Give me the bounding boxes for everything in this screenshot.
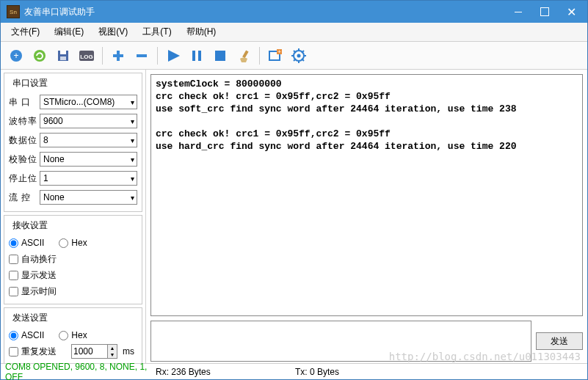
repeat-send-checkbox[interactable]: 重复发送 [9,346,57,358]
svg-point-17 [297,54,301,57]
send-settings-group: 发送设置 ASCII Hex 重复发送 ▲▼ ms [4,307,142,363]
main-area: 串口设置 串 口STMicro...(COM8) 波特率9600 数据位8 校验… [1,70,587,363]
parity-select[interactable]: None [40,152,137,167]
svg-rect-4 [60,51,66,54]
flow-select[interactable]: None [40,190,137,205]
databits-select[interactable]: 8 [40,133,137,147]
left-panel: 串口设置 串 口STMicro...(COM8) 波特率9600 数据位8 校验… [1,70,146,363]
flow-label: 流 控 [9,191,40,204]
remove-icon[interactable] [131,45,153,67]
interval-unit: ms [123,346,134,357]
svg-rect-10 [198,51,201,61]
titlebar: Sn 友善串口调试助手 ✕ [1,1,587,23]
connect-icon[interactable]: + [5,45,27,67]
interval-input[interactable] [71,344,108,359]
stopbits-select[interactable]: 1 [40,171,137,186]
autowrap-checkbox[interactable]: 自动换行 [9,253,57,266]
save-icon[interactable] [52,45,74,67]
svg-marker-8 [168,50,180,62]
showsend-checkbox[interactable]: 显示发送 [9,269,57,282]
recv-settings-group: 接收设置 ASCII Hex 自动换行 显示发送 显示时间 [4,215,142,304]
settings-icon[interactable] [288,45,310,67]
play-icon[interactable] [162,45,184,67]
status-tx: Tx: 0 Bytes [295,367,583,377]
close-button[interactable]: ✕ [555,1,587,23]
window-title: 友善串口调试助手 [24,6,502,18]
svg-rect-12 [242,50,248,58]
toolbar-separator [157,47,158,65]
svg-rect-11 [215,51,225,61]
output-textarea[interactable]: systemClock = 80000000 crc check ok! crc… [150,74,583,316]
serial-settings-group: 串口设置 串 口STMicro...(COM8) 波特率9600 数据位8 校验… [4,73,142,212]
showtime-checkbox[interactable]: 显示时间 [9,285,57,298]
menu-tools[interactable]: 工具(T) [135,23,178,41]
send-settings-legend: 发送设置 [10,312,50,324]
app-window: Sn 友善串口调试助手 ✕ 文件(F) 编辑(E) 视图(V) 工具(T) 帮助… [0,0,588,380]
spin-up-icon[interactable]: ▲ [108,345,117,351]
svg-rect-9 [192,51,195,61]
stop-icon[interactable] [209,45,231,67]
status-rx: Rx: 236 Bytes [156,367,295,377]
port-label: 串 口 [9,96,40,109]
baud-label: 波特率 [9,115,40,128]
menu-help[interactable]: 帮助(H) [179,23,224,41]
new-window-icon[interactable]: + [264,45,286,67]
spin-down-icon[interactable]: ▼ [108,351,117,358]
send-input[interactable] [150,321,531,362]
interval-spinner[interactable]: ▲▼ [71,344,117,359]
refresh-icon[interactable] [29,45,51,67]
recv-ascii-radio[interactable]: ASCII [9,238,44,248]
send-ascii-radio[interactable]: ASCII [9,330,44,340]
svg-rect-5 [60,56,66,60]
menubar: 文件(F) 编辑(E) 视图(V) 工具(T) 帮助(H) [1,23,587,42]
parity-label: 校验位 [9,153,40,166]
app-icon: Sn [7,5,20,18]
menu-file[interactable]: 文件(F) [4,23,47,41]
serial-settings-legend: 串口设置 [10,77,50,89]
menu-view[interactable]: 视图(V) [91,23,135,41]
port-select[interactable]: STMicro...(COM8) [40,95,137,109]
svg-text:+: + [13,51,18,61]
toolbar-separator [259,47,260,65]
svg-point-2 [34,50,46,62]
status-connection: COM8 OPENED, 9600, 8, NONE, 1, OFF [5,362,156,381]
statusbar: COM8 OPENED, 9600, 8, NONE, 1, OFF Rx: 2… [1,363,587,379]
stopbits-label: 停止位 [9,172,40,185]
menu-edit[interactable]: 编辑(E) [47,23,91,41]
baud-select[interactable]: 9600 [40,114,137,128]
svg-text:+: + [277,48,281,55]
recv-hex-radio[interactable]: Hex [59,238,87,248]
right-panel: systemClock = 80000000 crc check ok! crc… [146,70,587,363]
databits-label: 数据位 [9,134,40,147]
log-icon[interactable]: LOG [76,45,98,67]
pause-icon[interactable] [186,45,208,67]
toolbar: + LOG + [1,42,587,70]
send-hex-radio[interactable]: Hex [59,330,87,340]
toolbar-separator [102,47,103,65]
send-button[interactable]: 发送 [536,332,583,350]
add-icon[interactable] [107,45,129,67]
recv-settings-legend: 接收设置 [10,219,50,232]
svg-text:LOG: LOG [80,54,92,60]
clear-icon[interactable] [233,45,255,67]
